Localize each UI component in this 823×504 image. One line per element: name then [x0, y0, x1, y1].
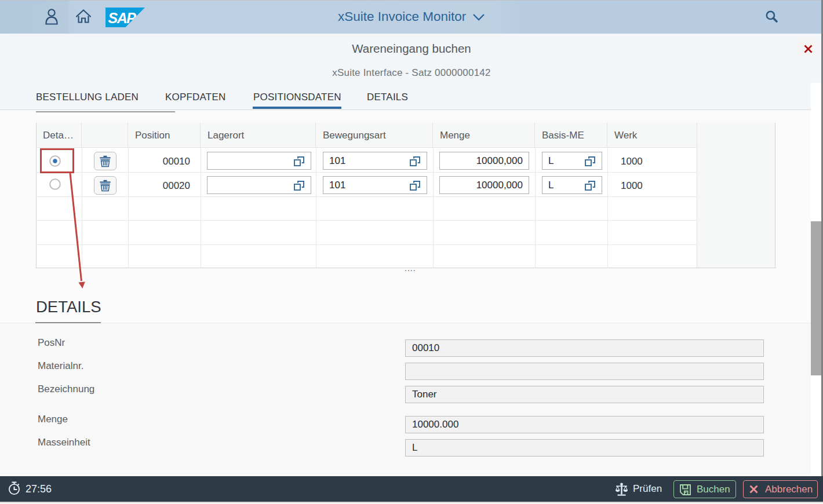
svg-text:SAP: SAP: [108, 10, 137, 26]
